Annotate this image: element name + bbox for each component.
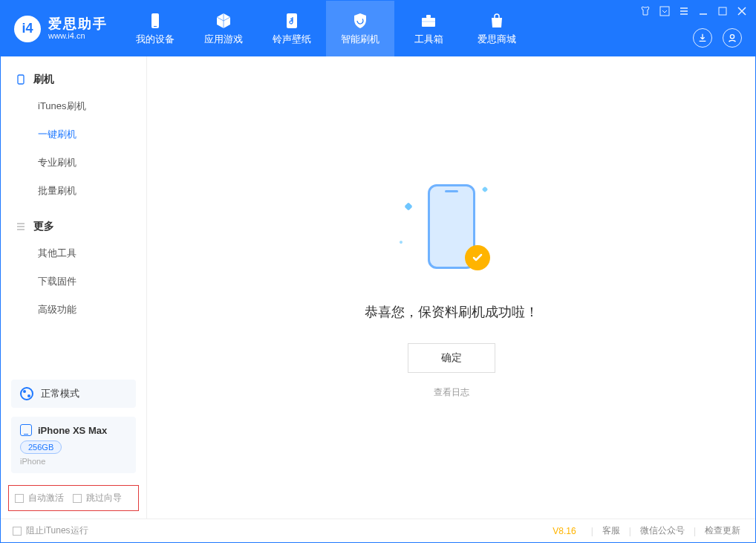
- phone-outline-icon: [20, 424, 32, 436]
- sidebar-item-batch-flash[interactable]: 批量刷机: [1, 177, 146, 205]
- success-illustration: [400, 177, 504, 281]
- tab-toolbox[interactable]: 工具箱: [394, 1, 463, 56]
- list-icon: [16, 221, 26, 232]
- version-label: V8.16: [553, 526, 576, 536]
- checkbox-auto-activate[interactable]: 自动激活: [15, 492, 64, 504]
- tshirt-icon[interactable]: [639, 5, 651, 17]
- minimize-icon[interactable]: [697, 5, 709, 17]
- tab-label: 爱思商城: [478, 33, 516, 46]
- view-log-link[interactable]: 查看日志: [434, 386, 469, 399]
- svg-rect-0: [660, 7, 669, 16]
- device-type: iPhone: [20, 457, 127, 466]
- group-title: 刷机: [33, 73, 54, 86]
- checkbox-icon: [13, 527, 22, 536]
- svg-rect-3: [154, 26, 157, 27]
- check-icon: [465, 245, 490, 270]
- download-button[interactable]: [693, 28, 712, 48]
- dropdown-icon[interactable]: [659, 5, 671, 17]
- app-title: 爱思助手: [48, 17, 108, 32]
- titlebar: [639, 5, 748, 17]
- checkbox-skip-guide[interactable]: 跳过向导: [73, 492, 122, 504]
- nav-tabs: 我的设备 应用游戏 铃声壁纸 智能刷机 工具箱 爱思商城: [121, 1, 531, 56]
- sidebar-item-download-firmware[interactable]: 下载固件: [1, 267, 146, 296]
- account-button[interactable]: [723, 28, 742, 48]
- mode-panel[interactable]: 正常模式: [11, 380, 136, 408]
- tab-label: 应用游戏: [204, 33, 243, 46]
- cube-icon: [214, 12, 233, 30]
- tab-label: 智能刷机: [341, 33, 379, 46]
- sidebar-item-other-tools[interactable]: 其他工具: [1, 239, 146, 267]
- svg-point-8: [730, 35, 734, 39]
- svg-rect-7: [422, 21, 435, 22]
- sidebar-group-more: 更多 其他工具 下载固件 高级功能: [1, 214, 146, 324]
- device-panel[interactable]: iPhone XS Max 256GB iPhone: [11, 417, 136, 473]
- sidebar-group-header: 刷机: [1, 67, 146, 92]
- tab-ringtones-wallpapers[interactable]: 铃声壁纸: [258, 1, 326, 56]
- checkbox-label: 阻止iTunes运行: [26, 524, 88, 537]
- sidebar-group-header: 更多: [1, 214, 146, 239]
- footer-link-wechat[interactable]: 微信公众号: [637, 524, 688, 537]
- sidebar-item-pro-flash[interactable]: 专业刷机: [1, 149, 146, 177]
- app-window: i4 爱思助手 www.i4.cn 我的设备 应用游戏 铃声壁纸 智能刷机: [0, 0, 756, 543]
- sidebar: 刷机 iTunes刷机 一键刷机 专业刷机 批量刷机 更多 其他工具 下载固件 …: [1, 56, 147, 518]
- footer-link-support[interactable]: 客服: [599, 524, 623, 537]
- success-message: 恭喜您，保资料刷机成功啦！: [365, 303, 538, 321]
- sidebar-item-itunes-flash[interactable]: iTunes刷机: [1, 92, 146, 120]
- app-subtitle: www.i4.cn: [48, 31, 108, 40]
- music-file-icon: [282, 12, 302, 30]
- close-icon[interactable]: [736, 5, 748, 17]
- menu-icon[interactable]: [678, 5, 690, 17]
- phone-icon: [146, 12, 165, 30]
- footer-link-check-update[interactable]: 检查更新: [702, 524, 743, 537]
- bag-icon: [487, 12, 506, 30]
- mode-icon: [20, 387, 33, 400]
- highlight-options-box: 自动激活 跳过向导: [8, 485, 139, 511]
- device-name: iPhone XS Max: [38, 425, 107, 436]
- group-title: 更多: [33, 220, 54, 233]
- tab-store[interactable]: 爱思商城: [463, 1, 531, 56]
- body: 刷机 iTunes刷机 一键刷机 专业刷机 批量刷机 更多 其他工具 下载固件 …: [1, 56, 755, 518]
- tab-smart-flash[interactable]: 智能刷机: [326, 1, 394, 56]
- checkbox-block-itunes[interactable]: 阻止iTunes运行: [13, 524, 88, 537]
- device-icon: [16, 74, 26, 85]
- checkbox-label: 自动激活: [28, 492, 64, 504]
- main-content: 恭喜您，保资料刷机成功啦！ 确定 查看日志: [147, 56, 755, 518]
- svg-rect-9: [18, 75, 24, 84]
- checkbox-label: 跳过向导: [86, 492, 122, 504]
- capacity-badge: 256GB: [20, 440, 62, 454]
- sidebar-group-flash: 刷机 iTunes刷机 一键刷机 专业刷机 批量刷机: [1, 67, 146, 205]
- logo: i4 爱思助手 www.i4.cn: [1, 1, 121, 56]
- svg-rect-6: [426, 15, 431, 18]
- logo-icon: i4: [14, 16, 41, 42]
- sidebar-item-one-click-flash[interactable]: 一键刷机: [1, 120, 146, 149]
- maximize-icon[interactable]: [717, 5, 729, 17]
- briefcase-icon: [419, 12, 438, 30]
- footer: 阻止iTunes运行 V8.16 | 客服 | 微信公众号 | 检查更新: [1, 518, 755, 542]
- ok-button[interactable]: 确定: [408, 343, 495, 373]
- checkbox-icon: [15, 494, 24, 503]
- tab-apps-games[interactable]: 应用游戏: [189, 1, 258, 56]
- tab-label: 我的设备: [136, 33, 175, 46]
- tab-label: 铃声壁纸: [273, 33, 311, 46]
- checkbox-icon: [73, 494, 82, 503]
- svg-rect-1: [719, 7, 726, 15]
- shield-refresh-icon: [351, 12, 370, 30]
- tab-label: 工具箱: [414, 33, 443, 46]
- sidebar-item-advanced[interactable]: 高级功能: [1, 296, 146, 324]
- tab-my-device[interactable]: 我的设备: [121, 1, 189, 56]
- mode-label: 正常模式: [41, 387, 79, 400]
